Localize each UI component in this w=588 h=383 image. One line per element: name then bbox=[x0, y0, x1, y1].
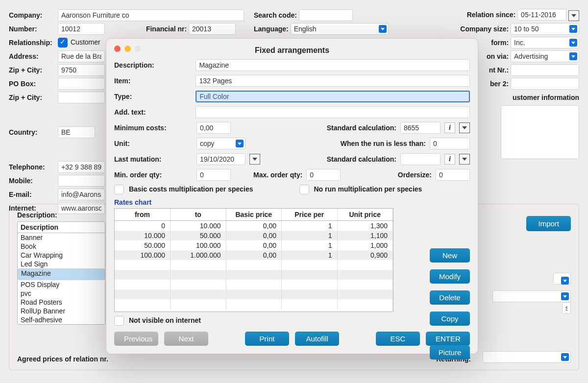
relation-since-dropdown[interactable] bbox=[568, 10, 579, 21]
new-button[interactable]: New bbox=[430, 248, 470, 263]
table-row[interactable] bbox=[115, 289, 393, 299]
maximize-icon[interactable] bbox=[135, 46, 141, 52]
ordersize-input[interactable] bbox=[436, 169, 470, 181]
std-calc-input[interactable] bbox=[400, 122, 441, 134]
language-select[interactable] bbox=[291, 23, 389, 35]
table-row[interactable] bbox=[115, 270, 393, 280]
max-order-input[interactable] bbox=[306, 169, 341, 181]
mobile-input[interactable] bbox=[58, 175, 105, 187]
label-std-calc: Standard calculation: bbox=[327, 124, 396, 132]
table-row[interactable] bbox=[115, 280, 393, 289]
country-input[interactable] bbox=[58, 126, 95, 138]
zip2-input[interactable] bbox=[58, 92, 105, 103]
customer-info-textarea[interactable] bbox=[501, 105, 579, 159]
label-legal-form: form: bbox=[491, 39, 509, 47]
m-description-input[interactable] bbox=[196, 59, 470, 71]
basic-mult-checkbox[interactable] bbox=[114, 185, 124, 194]
minimize-icon[interactable] bbox=[124, 46, 131, 52]
delete-button[interactable]: Delete bbox=[430, 290, 470, 305]
table-header: from bbox=[115, 209, 171, 221]
list-item[interactable]: POS Display bbox=[18, 280, 105, 289]
info-icon[interactable]: i bbox=[444, 122, 455, 133]
zip-input[interactable] bbox=[58, 64, 105, 76]
last-mutation-dropdown[interactable] bbox=[249, 154, 260, 165]
modify-button[interactable]: Modify bbox=[430, 269, 470, 284]
customer-checkbox[interactable] bbox=[58, 38, 68, 48]
small-s-input[interactable] bbox=[562, 302, 571, 314]
returning-select-2[interactable] bbox=[483, 351, 571, 363]
min-order-input[interactable] bbox=[196, 169, 231, 181]
small-input-1[interactable] bbox=[553, 273, 571, 285]
copy-button[interactable]: Copy bbox=[430, 311, 470, 326]
address-input[interactable] bbox=[58, 50, 105, 62]
list-item[interactable]: Car Wrapping bbox=[18, 251, 105, 260]
label-more-customer-info: ustomer information bbox=[513, 94, 579, 101]
returning-extra-select[interactable] bbox=[492, 290, 571, 302]
close-icon[interactable] bbox=[114, 46, 121, 52]
min-costs-input[interactable] bbox=[196, 122, 231, 134]
account-nr-input[interactable] bbox=[511, 64, 579, 76]
company-input[interactable] bbox=[58, 9, 244, 21]
m-addtext-input[interactable] bbox=[196, 106, 470, 118]
next-button[interactable]: Next bbox=[164, 332, 208, 346]
not-visible-checkbox[interactable] bbox=[114, 316, 124, 326]
m-type-input[interactable] bbox=[196, 91, 470, 102]
list-item[interactable]: Banner bbox=[18, 233, 105, 242]
std-calc2-dropdown[interactable] bbox=[459, 154, 470, 165]
label-search-code: Search code: bbox=[254, 11, 297, 19]
label-company-size: Company size: bbox=[460, 25, 509, 33]
list-item[interactable]: Book bbox=[18, 242, 105, 251]
no-run-mult-checkbox[interactable] bbox=[299, 185, 309, 194]
list-item[interactable]: Led Sign bbox=[18, 260, 105, 268]
financial-nr-input[interactable] bbox=[189, 23, 236, 35]
label-basic-mult: Basic costs multiplication per species bbox=[129, 185, 253, 193]
print-button[interactable]: Print bbox=[245, 332, 289, 346]
search-code-input[interactable] bbox=[299, 9, 353, 21]
description-list[interactable]: Description BannerBookCar WrappingLed Si… bbox=[17, 221, 105, 325]
previous-button[interactable]: Previous bbox=[114, 332, 158, 346]
m-item-input[interactable] bbox=[196, 75, 470, 87]
label-country: Country: bbox=[9, 128, 58, 136]
std-calc-dropdown[interactable] bbox=[459, 122, 470, 133]
table-row[interactable]: 100.0001.000.0000,0010,900 bbox=[115, 250, 393, 260]
table-row[interactable]: 10.00050.0000,0011,100 bbox=[115, 231, 393, 240]
label-agreed-prices: Agreed prices of relation nr. bbox=[17, 355, 108, 363]
table-row[interactable] bbox=[115, 260, 393, 270]
rates-chart-title: Rates chart bbox=[114, 198, 470, 206]
unit-select[interactable] bbox=[196, 138, 245, 149]
info-icon-2[interactable]: i bbox=[444, 154, 455, 165]
email-input[interactable] bbox=[58, 189, 105, 200]
std-calc2-input[interactable] bbox=[400, 153, 441, 165]
import-button[interactable]: Import bbox=[526, 216, 571, 231]
number-input[interactable] bbox=[58, 23, 105, 35]
company-size-select[interactable] bbox=[511, 23, 579, 35]
autofill-button[interactable]: Autofill bbox=[295, 332, 339, 346]
list-item[interactable]: RollUp Banner bbox=[18, 307, 105, 315]
run-less-input[interactable] bbox=[430, 138, 470, 149]
acquisition-select[interactable] bbox=[511, 50, 579, 62]
picture-button[interactable]: Picture bbox=[430, 345, 470, 359]
rates-table[interactable]: fromtoBasic pricePrice perUnit price 010… bbox=[114, 208, 393, 312]
list-item[interactable]: pvc bbox=[18, 289, 105, 298]
label-number2: ber 2: bbox=[490, 80, 509, 88]
list-item[interactable]: Self-adhesive bbox=[18, 315, 105, 324]
po-box-input[interactable] bbox=[58, 78, 105, 90]
list-item[interactable]: Road Posters bbox=[18, 298, 105, 307]
label-telephone: Telephone: bbox=[9, 163, 58, 171]
last-mutation-input[interactable] bbox=[196, 153, 245, 165]
list-item[interactable]: Magazine bbox=[18, 268, 105, 280]
relation-since-input[interactable] bbox=[517, 9, 566, 21]
table-row[interactable]: 50.000100.0000,0011,000 bbox=[115, 240, 393, 250]
esc-button[interactable]: ESC bbox=[376, 332, 420, 346]
table-row[interactable] bbox=[115, 299, 393, 309]
number2-input[interactable] bbox=[511, 78, 579, 90]
window-controls[interactable] bbox=[114, 46, 141, 52]
telephone-input[interactable] bbox=[58, 161, 105, 173]
label-mobile: Mobile: bbox=[9, 177, 58, 185]
table-row[interactable]: 010.0000,0011,300 bbox=[115, 221, 393, 231]
label-not-visible: Not visible on internet bbox=[129, 316, 201, 324]
label-m-description: Description: bbox=[114, 61, 192, 69]
label-std-calc2: Standard calculation: bbox=[327, 155, 396, 163]
label-min-costs: Minimum costs: bbox=[114, 124, 193, 132]
legal-form-select[interactable] bbox=[511, 37, 579, 48]
